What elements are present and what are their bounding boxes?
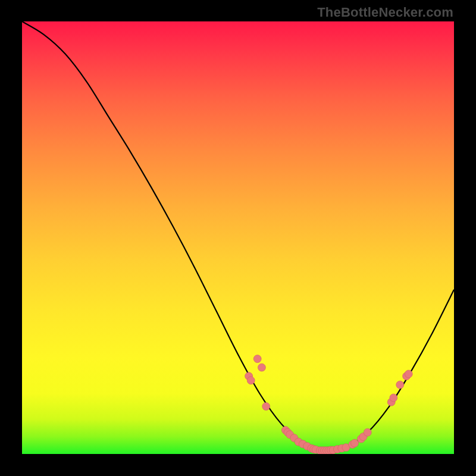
data-marker bbox=[258, 364, 265, 371]
marker-group bbox=[245, 355, 413, 454]
data-marker bbox=[262, 403, 270, 411]
data-marker bbox=[364, 428, 371, 436]
data-marker bbox=[390, 394, 397, 402]
bottleneck-curve bbox=[22, 21, 454, 451]
data-marker bbox=[405, 370, 412, 378]
data-marker bbox=[253, 355, 261, 363]
data-marker bbox=[351, 439, 359, 447]
chart-container: TheBottleNecker.com bbox=[0, 0, 476, 476]
chart-svg bbox=[22, 21, 454, 454]
data-marker bbox=[396, 381, 404, 389]
attribution-text: TheBottleNecker.com bbox=[317, 5, 453, 20]
data-marker bbox=[247, 377, 255, 384]
